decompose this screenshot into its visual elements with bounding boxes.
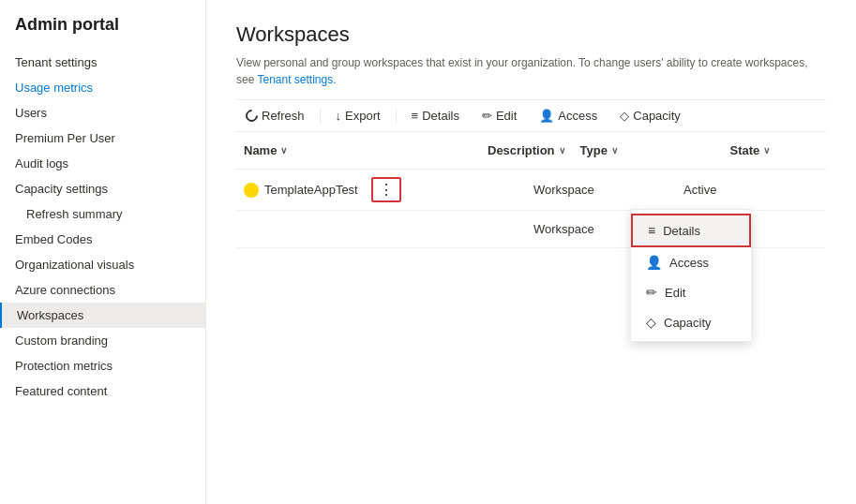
export-icon: ↓ [336, 109, 342, 123]
table-row: TemplateAppTest ⋮ Workspace Active ≡ Det… [236, 170, 826, 211]
sidebar-title: Admin portal [0, 15, 205, 50]
tenant-settings-link[interactable]: Tenant settings. [257, 73, 336, 86]
sidebar-item-audit-logs[interactable]: Audit logs [0, 151, 205, 176]
refresh-icon [243, 107, 260, 124]
type-sort-icon[interactable]: ∨ [611, 145, 618, 156]
sidebar-item-users[interactable]: Users [0, 100, 205, 126]
sidebar-item-usage-metrics[interactable]: Usage metrics [0, 75, 205, 100]
sidebar-item-workspaces[interactable]: Workspaces [0, 303, 205, 328]
capacity-menu-label: Capacity [664, 316, 712, 330]
workspaces-table: Name ∨ Description ∨ Type ∨ State ∨ Temp… [236, 132, 826, 248]
description-sort-icon[interactable]: ∨ [559, 145, 565, 156]
access-toolbar-button[interactable]: 👤 Access [530, 104, 607, 127]
main-content: Workspaces View personal and group works… [206, 0, 856, 504]
details-menu-icon: ≡ [648, 223, 655, 238]
workspace-icon [244, 183, 259, 198]
sidebar-item-protection-metrics[interactable]: Protection metrics [0, 353, 205, 378]
edit-menu-icon: ✏ [646, 285, 657, 300]
col-header-state: State ∨ [723, 140, 856, 161]
page-title: Workspaces [236, 22, 826, 47]
edit-menu-label: Edit [665, 286, 685, 300]
toolbar: Refresh ↓ Export ≡ Details ✏ Edit 👤 Acce… [236, 99, 826, 132]
name-sort-icon[interactable]: ∨ [280, 145, 287, 156]
sidebar-item-embed-codes[interactable]: Embed Codes [0, 227, 205, 252]
sidebar-item-azure-connections[interactable]: Azure connections [0, 277, 205, 303]
sidebar-item-refresh-summary[interactable]: Refresh summary [0, 201, 205, 227]
access-menu-label: Access [669, 256, 709, 270]
refresh-button[interactable]: Refresh [236, 104, 314, 127]
export-button[interactable]: ↓ Export [326, 104, 390, 127]
row1-name-cell: TemplateAppTest ⋮ [236, 173, 480, 206]
context-menu-edit[interactable]: ✏ Edit [631, 277, 751, 307]
col-header-description: Description ∨ [480, 140, 573, 161]
table-header: Name ∨ Description ∨ Type ∨ State ∨ [236, 132, 826, 170]
toolbar-separator-1 [320, 108, 321, 125]
row2-name-cell [236, 226, 480, 233]
capacity-toolbar-icon: ◇ [620, 109, 629, 123]
sidebar: Admin portal Tenant settings Usage metri… [0, 0, 206, 504]
row1-description-cell [480, 186, 526, 194]
context-menu: ≡ Details 👤 Access ✏ Edit ◇ Capacity [630, 209, 752, 342]
sidebar-item-organizational-visuals[interactable]: Organizational visuals [0, 252, 205, 277]
row1-name: TemplateAppTest [264, 183, 358, 197]
row1-ellipsis-button[interactable]: ⋮ [371, 177, 401, 202]
capacity-toolbar-button[interactable]: ◇ Capacity [610, 104, 690, 127]
access-menu-icon: 👤 [646, 255, 662, 270]
col-header-name: Name ∨ [236, 140, 480, 161]
sidebar-item-tenant-settings[interactable]: Tenant settings [0, 50, 205, 75]
sidebar-item-custom-branding[interactable]: Custom branding [0, 328, 205, 353]
context-menu-access[interactable]: 👤 Access [631, 247, 751, 277]
details-toolbar-button[interactable]: ≡ Details [402, 104, 469, 127]
row1-type-cell: Workspace [526, 179, 676, 200]
context-menu-details[interactable]: ≡ Details [631, 214, 751, 247]
details-toolbar-icon: ≡ [412, 109, 419, 123]
sidebar-item-premium-per-user[interactable]: Premium Per User [0, 126, 205, 151]
access-toolbar-icon: 👤 [539, 109, 554, 123]
row1-state-cell: Active [676, 179, 826, 200]
edit-toolbar-button[interactable]: ✏ Edit [473, 104, 526, 127]
toolbar-separator-2 [396, 108, 397, 125]
sidebar-item-featured-content[interactable]: Featured content [0, 378, 205, 404]
edit-toolbar-icon: ✏ [482, 109, 492, 123]
details-menu-label: Details [663, 224, 700, 238]
row2-description-cell [480, 226, 526, 233]
capacity-menu-icon: ◇ [646, 315, 656, 330]
context-menu-capacity[interactable]: ◇ Capacity [631, 307, 751, 337]
sidebar-item-capacity-settings[interactable]: Capacity settings [0, 176, 205, 201]
page-description: View personal and group workspaces that … [236, 54, 826, 88]
state-sort-icon[interactable]: ∨ [763, 145, 770, 156]
col-header-type: Type ∨ [573, 140, 723, 161]
